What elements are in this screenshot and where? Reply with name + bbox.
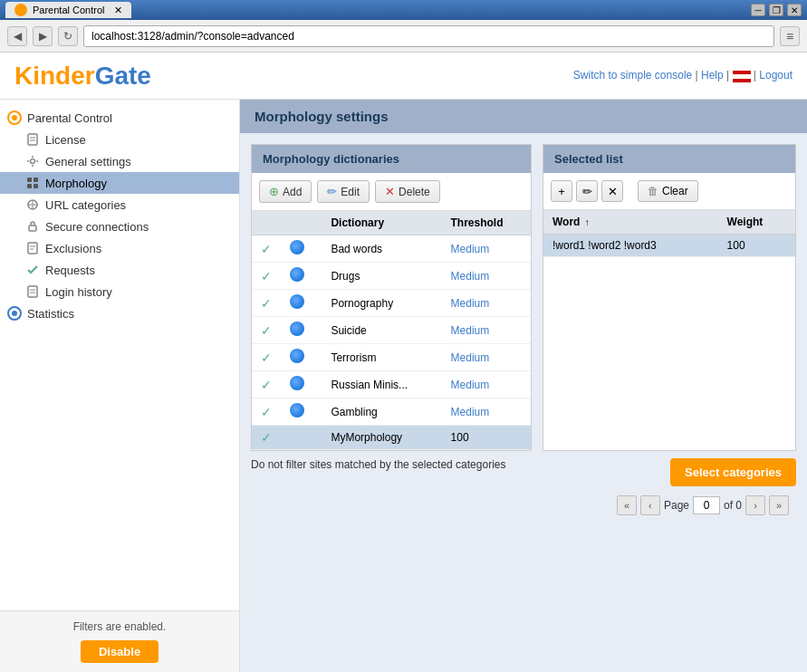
sidebar-item-label: Login history: [45, 285, 112, 299]
row-checkbox[interactable]: ✓: [252, 263, 281, 290]
row-globe: [281, 235, 322, 263]
close-button[interactable]: ✕: [787, 4, 802, 16]
svg-rect-16: [28, 286, 37, 297]
globe-icon: [290, 403, 304, 418]
page-input[interactable]: [693, 496, 720, 514]
row-threshold[interactable]: Medium: [442, 290, 531, 317]
row-word: !word1 !word2 !word3: [543, 235, 718, 257]
row-threshold[interactable]: Medium: [442, 398, 531, 426]
sidebar-item-login-history[interactable]: Login history: [0, 281, 239, 302]
row-checkbox[interactable]: ✓: [252, 371, 281, 398]
row-weight: 100: [718, 235, 795, 257]
sidebar-item-license[interactable]: License: [0, 129, 239, 150]
restore-button[interactable]: ❐: [769, 4, 783, 16]
logout-link[interactable]: Logout: [759, 69, 793, 82]
table-row[interactable]: ✓SuicideMedium: [252, 317, 531, 344]
sort-arrow-icon: ↑: [585, 217, 590, 227]
row-checkbox[interactable]: ✓: [252, 290, 281, 317]
row-checkbox[interactable]: ✓: [252, 398, 281, 426]
row-dictionary: Pornography: [322, 290, 441, 317]
table-row[interactable]: ✓Bad wordsMedium: [252, 235, 531, 263]
sidebar-item-parental-control[interactable]: Parental Control: [0, 107, 239, 129]
threshold-link[interactable]: Medium: [451, 297, 490, 310]
threshold-link[interactable]: Medium: [451, 243, 490, 255]
main-layout: Parental Control License General setting…: [0, 100, 807, 672]
edit-button[interactable]: ✏ Edit: [317, 180, 370, 203]
disable-button[interactable]: Disable: [81, 640, 159, 663]
row-checkbox[interactable]: ✓: [252, 317, 281, 344]
row-globe: [281, 371, 322, 398]
list-item[interactable]: !word1 !word2 !word3100: [543, 235, 795, 257]
right-edit-button[interactable]: ✏: [576, 180, 598, 202]
svg-rect-2: [28, 134, 37, 145]
threshold-link[interactable]: Medium: [451, 379, 490, 391]
row-threshold[interactable]: Medium: [442, 263, 531, 290]
general-settings-icon: [25, 154, 40, 168]
globe-icon: [290, 376, 304, 390]
clear-button[interactable]: 🗑 Clear: [638, 180, 698, 202]
forward-button[interactable]: ▶: [33, 26, 53, 46]
select-categories-button[interactable]: Select categories: [670, 458, 796, 486]
sidebar-item-general-settings[interactable]: General settings: [0, 150, 239, 172]
switch-console-link[interactable]: Switch to simple console: [573, 69, 692, 82]
sidebar-item-statistics[interactable]: Statistics: [0, 302, 239, 324]
row-globe: [281, 290, 322, 317]
table-row[interactable]: ✓PornographyMedium: [252, 290, 531, 317]
prev-page-button[interactable]: ‹: [640, 495, 660, 515]
secure-connections-icon: [25, 219, 40, 234]
right-delete-button[interactable]: ✕: [601, 180, 623, 202]
tab-close-icon[interactable]: ✕: [114, 5, 122, 16]
table-row[interactable]: ✓MyMorphology100: [252, 426, 531, 450]
table-row[interactable]: ✓TerrorismMedium: [252, 344, 531, 371]
table-row[interactable]: ✓DrugsMedium: [252, 263, 531, 290]
left-panel-toolbar: ⊕ Add ✏ Edit ✕ Delete: [252, 173, 531, 211]
sidebar-item-requests[interactable]: Requests: [0, 259, 239, 281]
sidebar-item-url-categories[interactable]: URL categories: [0, 194, 239, 216]
back-button[interactable]: ◀: [7, 26, 27, 46]
page-label: Page: [664, 499, 689, 512]
svg-rect-7: [34, 178, 38, 182]
add-button[interactable]: ⊕ Add: [259, 180, 312, 203]
app-header: KinderGate Switch to simple console | He…: [0, 53, 807, 100]
table-row[interactable]: ✓Russian Minis...Medium: [252, 371, 531, 398]
exclusions-icon: [25, 241, 40, 255]
threshold-link[interactable]: Medium: [451, 324, 490, 337]
last-page-button[interactable]: »: [769, 495, 789, 515]
sidebar-item-label: Parental Control: [27, 111, 112, 125]
threshold-link[interactable]: Medium: [451, 351, 490, 364]
table-row[interactable]: ✓GamblingMedium: [252, 398, 531, 426]
sidebar-item-secure-connections[interactable]: Secure connections: [0, 216, 239, 237]
row-threshold[interactable]: Medium: [442, 371, 531, 398]
help-link[interactable]: Help: [701, 69, 724, 82]
refresh-button[interactable]: ↻: [58, 26, 78, 46]
row-dictionary: Terrorism: [322, 344, 441, 371]
dictionary-table: Dictionary Threshold ✓Bad wordsMedium✓Dr…: [252, 211, 531, 450]
first-page-button[interactable]: «: [617, 495, 637, 515]
globe-icon: [290, 294, 304, 309]
row-threshold[interactable]: Medium: [442, 235, 531, 263]
of-label: of 0: [724, 499, 742, 512]
row-threshold[interactable]: Medium: [442, 317, 531, 344]
sidebar-item-exclusions[interactable]: Exclusions: [0, 237, 239, 259]
row-checkbox[interactable]: ✓: [252, 235, 281, 263]
license-icon: [25, 132, 40, 147]
window-tab: Parental Control ✕: [5, 2, 131, 18]
row-checkbox[interactable]: ✓: [252, 426, 281, 450]
delete-button[interactable]: ✕ Delete: [375, 180, 440, 203]
logo-kinder: Kinder: [14, 62, 95, 90]
row-threshold[interactable]: 100: [442, 426, 531, 450]
row-threshold[interactable]: Medium: [442, 344, 531, 371]
col-weight: Weight: [718, 210, 795, 235]
sidebar-item-label: General settings: [45, 155, 131, 168]
threshold-link[interactable]: Medium: [451, 406, 490, 418]
next-page-button[interactable]: ›: [745, 495, 765, 515]
add-icon: ⊕: [269, 185, 279, 198]
sidebar-item-morphology[interactable]: Morphology: [0, 172, 239, 194]
right-add-button[interactable]: +: [551, 180, 572, 202]
threshold-link[interactable]: Medium: [451, 270, 490, 283]
browser-menu-button[interactable]: ≡: [780, 26, 800, 46]
address-bar[interactable]: [83, 25, 774, 47]
col-dictionary: Dictionary: [322, 211, 441, 235]
minimize-button[interactable]: ─: [751, 4, 765, 16]
row-checkbox[interactable]: ✓: [252, 344, 281, 371]
